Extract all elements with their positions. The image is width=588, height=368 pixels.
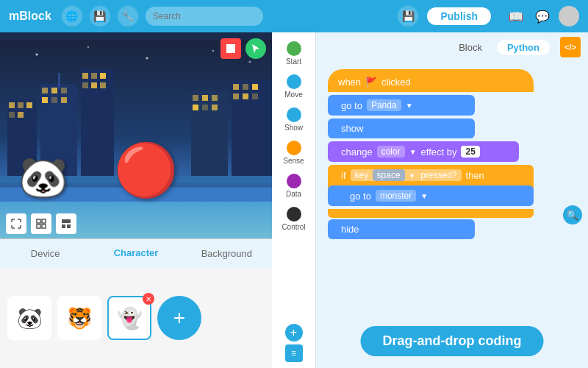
svg-rect-40: [243, 93, 248, 99]
svg-rect-14: [42, 88, 48, 93]
middle-bottom-actions: + ≡: [285, 324, 303, 362]
save-icon[interactable]: 💾: [90, 6, 110, 26]
svg-point-5: [249, 61, 251, 63]
panda-dropdown[interactable]: Panda: [367, 99, 401, 111]
block-goto-monster[interactable]: go to monster ▼: [328, 185, 534, 206]
svg-rect-23: [91, 73, 97, 79]
svg-rect-9: [26, 102, 32, 108]
svg-rect-41: [252, 93, 258, 99]
chat-icon[interactable]: 💬: [532, 6, 553, 26]
code-panel: Block Python </> when 🚩 clicked go to Pa…: [316, 32, 588, 368]
hide-label: hide: [341, 224, 359, 235]
effect-label: effect by: [421, 146, 457, 158]
cat-show[interactable]: Show: [272, 105, 315, 135]
svg-rect-12: [26, 112, 32, 118]
svg-rect-37: [243, 84, 248, 90]
block-when-flag[interactable]: when 🚩 clicked: [328, 69, 534, 92]
layout-button[interactable]: [56, 213, 76, 234]
publish-button[interactable]: Publish: [426, 6, 492, 26]
svg-rect-49: [37, 224, 40, 228]
blocks-canvas[interactable]: when 🚩 clicked go to Panda ▼ show change: [316, 62, 588, 368]
code-expand-button[interactable]: </>: [560, 37, 581, 57]
fullscreen-button[interactable]: [6, 213, 26, 234]
control-dot: [287, 207, 301, 222]
add-block-button[interactable]: +: [285, 324, 303, 342]
tab-python[interactable]: Python: [497, 40, 550, 55]
search-input[interactable]: [146, 7, 263, 26]
avatar[interactable]: [559, 6, 579, 26]
color-dropdown[interactable]: color: [377, 146, 405, 158]
block-goto-panda[interactable]: go to Panda ▼: [328, 95, 475, 116]
show-label: show: [341, 123, 363, 134]
svg-rect-33: [202, 105, 208, 110]
expand-button[interactable]: ≡: [285, 344, 303, 362]
svg-marker-46: [252, 44, 259, 53]
header-right-icons: 📖 💬: [506, 6, 579, 26]
cat-start[interactable]: Start: [272, 38, 315, 68]
tab-character[interactable]: Character: [90, 238, 181, 269]
drag-label: Drag-and-drop coding: [361, 326, 544, 356]
cat-control[interactable]: Control: [272, 204, 315, 234]
svg-point-4: [212, 50, 214, 52]
svg-rect-50: [42, 224, 46, 228]
sprite-tiger[interactable]: 🐯: [57, 296, 101, 340]
stop-button[interactable]: [220, 38, 241, 59]
when-label: when: [338, 77, 361, 88]
cat-data[interactable]: Data: [272, 171, 315, 201]
cat-data-label: Data: [286, 190, 301, 198]
flag-symbol: 🚩: [365, 77, 377, 88]
monster-sprite: 🔴: [114, 140, 178, 200]
key-block[interactable]: key space ▼ pressed?: [351, 169, 462, 181]
change-label: change: [341, 146, 373, 158]
sprite-panda[interactable]: 🐼: [7, 296, 51, 340]
then-label: then: [466, 170, 484, 181]
svg-rect-31: [212, 95, 218, 101]
zoom-icon[interactable]: 🔍: [563, 205, 582, 224]
goto2-label: go to: [350, 191, 371, 202]
cat-move-label: Move: [284, 91, 302, 99]
block-hide[interactable]: hide: [328, 219, 475, 239]
svg-rect-30: [202, 95, 208, 101]
svg-rect-52: [62, 224, 65, 228]
color-arrow: ▼: [409, 148, 417, 156]
sense-dot: [287, 141, 301, 155]
tab-block[interactable]: Block: [448, 40, 492, 55]
left-panel: 🐼 🔴: [0, 32, 272, 368]
settings-icon[interactable]: 🔧: [118, 6, 138, 26]
cat-sense[interactable]: Sense: [272, 138, 315, 168]
delete-sprite-button[interactable]: ✕: [143, 293, 154, 305]
cursor-button[interactable]: [245, 38, 266, 59]
main-layout: 🐼 🔴: [0, 32, 588, 368]
svg-rect-32: [193, 105, 198, 110]
svg-rect-36: [233, 84, 239, 90]
effect-value[interactable]: 25: [461, 146, 479, 158]
monster-arrow: ▼: [420, 192, 428, 200]
svg-rect-11: [18, 112, 24, 118]
block-show[interactable]: show: [328, 118, 475, 138]
svg-rect-27: [100, 82, 106, 88]
if-close: [328, 209, 534, 218]
dropdown-arrow: ▼: [406, 102, 413, 110]
svg-rect-34: [212, 105, 218, 110]
save2-icon[interactable]: 💾: [398, 6, 418, 26]
book-icon[interactable]: 📖: [506, 6, 526, 26]
svg-rect-19: [61, 97, 67, 103]
svg-rect-51: [62, 219, 71, 223]
sprite-tabs: Device Character Background: [0, 238, 272, 268]
globe-icon[interactable]: 🌐: [62, 6, 82, 26]
right-side-icons: 🔍: [563, 205, 582, 224]
cat-move[interactable]: Move: [272, 71, 315, 102]
tab-background[interactable]: Background: [182, 239, 272, 269]
goto-label: go to: [341, 100, 362, 111]
grid-view-button[interactable]: [31, 213, 51, 234]
tab-device[interactable]: Device: [0, 239, 90, 269]
block-change-effect[interactable]: change color ▼ effect by 25: [328, 141, 519, 162]
sprite-ghost[interactable]: 👻 ✕: [107, 296, 151, 340]
svg-rect-7: [9, 102, 15, 108]
svg-rect-48: [42, 219, 46, 223]
svg-rect-10: [9, 112, 15, 118]
svg-rect-26: [91, 82, 97, 88]
space-dropdown[interactable]: space: [373, 169, 405, 181]
monster-dropdown[interactable]: monster: [376, 190, 416, 202]
add-sprite-button[interactable]: +: [157, 296, 201, 340]
